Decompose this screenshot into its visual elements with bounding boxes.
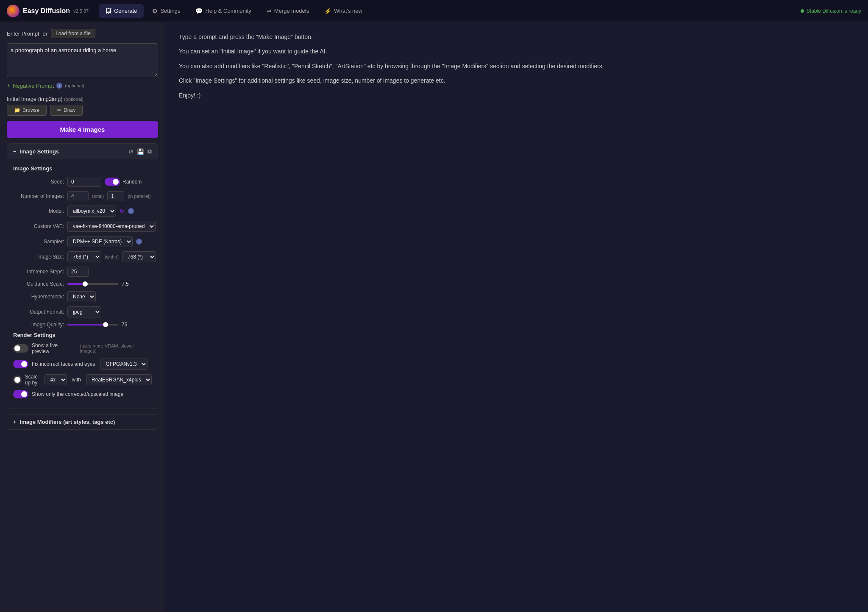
app-version: v2.5.37 — [73, 8, 89, 14]
image-size-controls: 768 (*) (width) 768 (*) (height) — [67, 251, 158, 262]
guidance-value: 7.5 — [122, 281, 134, 287]
welcome-line2: You can set an "Initial Image" if you wa… — [179, 47, 854, 56]
image-quality-label: Image Quality: — [13, 322, 64, 328]
status-indicator: Stable Diffusion is ready — [801, 8, 861, 14]
tab-merge-label: Merge models — [274, 8, 309, 14]
guidance-slider-track[interactable] — [67, 283, 118, 285]
quality-value: 75 — [122, 322, 134, 328]
seed-controls: Random — [67, 177, 152, 187]
show-corrected-row: Show only the corrected/upscaled image — [13, 390, 152, 398]
height-select[interactable]: 768 (*) — [122, 251, 156, 262]
guidance-slider-container — [67, 283, 118, 285]
output-format-select[interactable]: jpeg — [67, 306, 101, 317]
modifiers-plus-icon: + — [13, 419, 17, 425]
scale-up-label: Scale up by — [25, 374, 40, 386]
sampler-controls: DPM++ SDE (Karras) i — [67, 236, 152, 247]
hypernetwork-label: Hypernetwork: — [13, 294, 64, 300]
random-toggle[interactable] — [105, 178, 120, 186]
modifiers-label: Image Modifiers (art styles, tags etc) — [20, 419, 115, 425]
hypernetwork-select[interactable]: None — [67, 291, 96, 302]
quality-slider-fill — [67, 324, 106, 325]
output-format-label: Output Format: — [13, 309, 64, 315]
hypernetwork-controls: None — [67, 291, 152, 302]
initial-optional: (optional) — [64, 97, 83, 102]
seed-label: Seed: — [13, 179, 64, 185]
nav-tabs: 🖼 Generate ⚙ Settings 💬 Help & Community… — [99, 4, 801, 18]
seed-row: Seed: Random — [13, 177, 152, 187]
tab-generate[interactable]: 🖼 Generate — [99, 4, 144, 18]
image-modifiers-header[interactable]: + Image Modifiers (art styles, tags etc) — [7, 414, 158, 429]
prompt-input[interactable]: a photograph of an astronaut riding a ho… — [7, 43, 158, 77]
fix-faces-model-select[interactable]: GFPGANv1.3 — [100, 359, 147, 370]
scale-up-with: with — [72, 377, 81, 383]
model-row: Model: allboymix_v20 ↻ i — [13, 206, 152, 217]
app-brand: Easy Diffusion v2.5.37 — [7, 5, 89, 17]
negative-prompt-info-icon[interactable]: i — [56, 83, 62, 89]
tab-help[interactable]: 💬 Help & Community — [189, 4, 258, 18]
section-body: Image Settings Seed: Random Number of Im… — [7, 159, 158, 409]
section-header-left: − Image Settings — [13, 148, 59, 155]
copy-icon[interactable]: ⧉ — [147, 148, 152, 155]
live-preview-toggle[interactable] — [13, 344, 28, 353]
model-refresh-icon[interactable]: ↻ — [120, 208, 125, 214]
browse-button[interactable]: 📁 Browse — [7, 105, 47, 116]
image-settings-header[interactable]: − Image Settings ↺ 💾 ⧉ — [7, 144, 158, 159]
width-select[interactable]: 768 (*) — [67, 251, 101, 262]
tab-help-label: Help & Community — [205, 8, 251, 14]
img-buttons: 📁 Browse ✏ Draw — [7, 105, 158, 116]
status-dot — [801, 9, 804, 13]
quality-slider-track[interactable] — [67, 324, 118, 325]
settings-inner-title: Image Settings — [13, 165, 152, 172]
live-preview-note: (uses more VRAM, slower images) — [80, 343, 152, 353]
tab-merge[interactable]: ⇌ Merge models — [260, 4, 316, 18]
show-corrected-toggle[interactable] — [13, 390, 28, 398]
live-preview-label: Show a live preview — [32, 342, 77, 354]
reset-icon[interactable]: ↺ — [128, 148, 134, 155]
tab-settings[interactable]: ⚙ Settings — [145, 4, 187, 18]
steps-input[interactable] — [67, 267, 89, 277]
load-from-file-button[interactable]: Load from a file — [51, 29, 95, 38]
negative-prompt-toggle[interactable]: + Negative Prompt i (optional) — [7, 82, 158, 89]
draw-button[interactable]: ✏ Draw — [50, 105, 83, 116]
vae-row: Custom VAE: vae-ft-mse-840000-ema-pruned… — [13, 221, 152, 232]
model-select[interactable]: allboymix_v20 — [67, 206, 116, 217]
guidance-controls: 7.5 — [67, 281, 152, 287]
sampler-select[interactable]: DPM++ SDE (Karras) — [67, 236, 133, 247]
tab-generate-label: Generate — [114, 8, 137, 14]
num-images-input[interactable] — [67, 191, 89, 201]
sampler-info-icon[interactable]: i — [136, 239, 142, 245]
make-images-button[interactable]: Make 4 Images — [7, 121, 158, 138]
tab-whatsnew[interactable]: ⚡ What's new — [317, 4, 369, 18]
browse-label: Browse — [22, 107, 39, 113]
welcome-line4: Click "Image Settings" for additional se… — [179, 76, 854, 85]
image-modifiers-section: + Image Modifiers (art styles, tags etc) — [7, 414, 158, 430]
random-toggle-wrapper: Random — [105, 178, 142, 186]
fix-faces-toggle[interactable] — [13, 360, 28, 368]
scale-up-toggle[interactable] — [13, 376, 22, 384]
image-size-row: Image Size: 768 (*) (width) 768 (*) (hei… — [13, 251, 152, 262]
model-label: Model: — [13, 208, 64, 214]
model-controls: allboymix_v20 ↻ i — [67, 206, 152, 217]
output-format-row: Output Format: jpeg — [13, 306, 152, 317]
navbar: Easy Diffusion v2.5.37 🖼 Generate ⚙ Sett… — [0, 0, 868, 22]
image-quality-row: Image Quality: 75 — [13, 322, 152, 328]
save-icon[interactable]: 💾 — [137, 148, 144, 155]
sampler-row: Sampler: DPM++ SDE (Karras) i — [13, 236, 152, 247]
welcome-line5: Enjoy! :) — [179, 91, 854, 100]
generate-icon: 🖼 — [106, 8, 111, 14]
width-label: (width) — [105, 254, 119, 259]
total-text: (total) — [92, 194, 104, 199]
initial-image-label: Initial Image (img2img) (optional) — [7, 96, 158, 102]
vae-select[interactable]: vae-ft-mse-840000-ema-pruned — [67, 221, 156, 232]
seed-input[interactable] — [67, 177, 101, 187]
plus-icon: + — [7, 82, 10, 89]
initial-image-section: Initial Image (img2img) (optional) 📁 Bro… — [7, 94, 158, 116]
steps-label: Inference Steps: — [13, 269, 64, 275]
scale-up-model-select[interactable]: RealESRGAN_x4plus — [86, 374, 152, 385]
welcome-text: Type a prompt and press the "Make Image"… — [179, 32, 854, 100]
parallel-input[interactable] — [107, 191, 124, 201]
negative-prompt-label: Negative Prompt — [13, 83, 54, 89]
model-info-icon[interactable]: i — [128, 208, 134, 214]
sampler-label: Sampler: — [13, 239, 64, 245]
scale-up-value-select[interactable]: 4x — [45, 374, 67, 385]
